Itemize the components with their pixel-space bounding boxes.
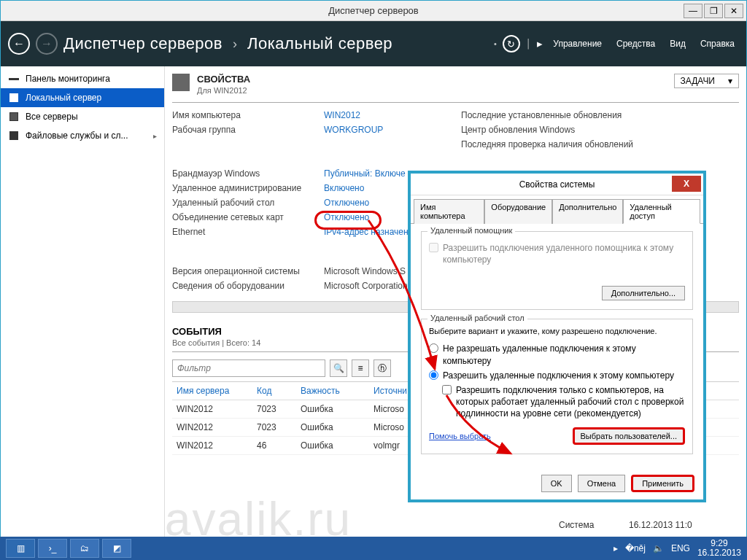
nav-bar: ← → Диспетчер серверов › Локальный серве… (1, 21, 746, 66)
allow-remote-assist-checkbox[interactable]: Разрешить подключения удаленного помощни… (429, 242, 685, 265)
system-properties-dialog: Свойства системы X Имя компьютера Оборуд… (410, 173, 704, 500)
prop-value-computer-name[interactable]: WIN2012 (324, 110, 455, 120)
ok-button[interactable]: OK (541, 475, 572, 492)
tab-hardware[interactable]: Оборудование (484, 199, 552, 224)
prop-label: Сведения об оборудовании (172, 281, 318, 291)
menu-view[interactable]: Вид (670, 39, 686, 49)
properties-heading: СВОЙСТВА (197, 74, 250, 85)
refresh-button[interactable]: ↻ (503, 35, 520, 52)
minimize-button[interactable]: — (684, 4, 703, 18)
tray-network-icon[interactable]: �něj (625, 543, 646, 553)
nla-checkbox[interactable]: Разрешить подключения только с компьютер… (442, 384, 685, 420)
group-desc: Выберите вариант и укажите, кому разреше… (429, 327, 685, 335)
tab-computer-name[interactable]: Имя компьютера (414, 199, 484, 224)
prop-label: Удаленный рабочий стол (172, 198, 318, 208)
prop-right: Центр обновления Windows (461, 125, 665, 135)
breadcrumb-root[interactable]: Диспетчер серверов (63, 34, 222, 53)
apply-button[interactable]: Применить (631, 475, 694, 492)
group-legend: Удаленный рабочий стол (427, 314, 527, 322)
sidebar-item-label: Все серверы (26, 112, 78, 122)
prop-label: Ethernet (172, 227, 318, 237)
breadcrumb-current[interactable]: Локальный сервер (247, 34, 392, 53)
col-severity[interactable]: Важность (301, 386, 374, 396)
col-server[interactable]: Имя сервера (177, 386, 257, 396)
properties-sub: Для WIN2012 (197, 86, 250, 95)
select-users-button[interactable]: Выбрать пользователей... (573, 427, 686, 445)
flag-icon[interactable]: ▸ (537, 37, 543, 50)
sidebar-item-label: Локальный сервер (26, 93, 101, 103)
col-datetime: 16.12.2013 11:0 (629, 520, 716, 530)
forward-button[interactable]: → (36, 33, 58, 55)
sidebar-item-file-services[interactable]: Файловые службы и сл... ▸ (1, 126, 164, 145)
menu-help[interactable]: Справка (700, 39, 735, 49)
sidebar-item-label: Панель мониторинга (26, 74, 110, 84)
prop-right: Последняя проверка наличия обновлений (461, 139, 665, 149)
filter-options-button[interactable]: ≡ (352, 359, 369, 377)
taskbar-server-manager[interactable]: ▥ (6, 539, 35, 558)
chevron-right-icon: ▸ (153, 132, 157, 140)
back-button[interactable]: ← (8, 33, 30, 55)
allow-remote-radio[interactable]: Разрешить удаленные подключения к этому … (429, 370, 685, 381)
dialog-close-button[interactable]: X (672, 176, 701, 192)
sidebar-item-local-server[interactable]: Локальный сервер (1, 88, 164, 107)
tab-remote-access[interactable]: Удаленный доступ (623, 199, 700, 224)
sidebar-item-label: Файловые службы и сл... (26, 131, 128, 141)
prop-label: Имя компьютера (172, 110, 318, 120)
sidebar-item-dashboard[interactable]: Панель мониторинга (1, 69, 164, 88)
deny-remote-radio[interactable]: Не разрешать удаленные подключения к это… (429, 343, 685, 366)
dialog-titlebar[interactable]: Свойства системы X (411, 174, 703, 195)
prop-label: Объединение сетевых карт (172, 212, 318, 222)
dialog-tabs: Имя компьютера Оборудование Дополнительн… (411, 195, 703, 224)
prop-label: Брандмауэр Windows (172, 168, 318, 179)
tray-sound-icon[interactable]: 🔈 (653, 543, 664, 553)
sidebar-item-all-servers[interactable]: Все серверы (1, 107, 164, 126)
taskbar-app[interactable]: ◩ (102, 539, 131, 558)
sidebar: Панель мониторинга Локальный сервер Все … (1, 66, 165, 559)
dialog-buttons: OK Отмена Применить (411, 469, 703, 499)
tasks-dropdown[interactable]: ЗАДАЧИ▾ (674, 74, 739, 88)
taskbar-explorer[interactable]: 🗂 (70, 539, 99, 558)
tab-advanced[interactable]: Дополнительно (552, 199, 623, 224)
col-system: Система (559, 520, 624, 530)
filter-clear-button[interactable]: ⓗ (374, 359, 391, 377)
window-titlebar: Диспетчер серверов — ❐ ✕ (1, 1, 746, 21)
group-legend: Удаленный помощник (427, 226, 515, 235)
taskbar-powershell[interactable]: ›_ (38, 539, 67, 558)
search-icon[interactable]: 🔍 (330, 359, 347, 377)
server-icon (172, 74, 190, 91)
prop-value-workgroup[interactable]: WORKGROUP (324, 125, 455, 135)
advanced-button[interactable]: Дополнительно... (602, 286, 685, 300)
help-choose-link[interactable]: Помочь выбрать (429, 432, 491, 440)
events-filter-input[interactable] (172, 359, 325, 377)
prop-label: Версия операционной системы (172, 266, 318, 276)
prop-label: Удаленное администрирование (172, 183, 318, 193)
menu-tools[interactable]: Средства (616, 39, 655, 49)
close-button[interactable]: ✕ (724, 4, 743, 18)
prop-label: Рабочая группа (172, 125, 318, 135)
tray-clock[interactable]: 9:29 16.12.2013 (697, 539, 741, 558)
tray-flag-icon[interactable]: ▸ (614, 543, 618, 553)
menu-manage[interactable]: Управление (553, 39, 602, 49)
cancel-button[interactable]: Отмена (578, 475, 625, 492)
remote-desktop-group: Удаленный рабочий стол Выберите вариант … (421, 319, 693, 454)
tray-lang[interactable]: ENG (671, 543, 690, 553)
remote-assistance-group: Удаленный помощник Разрешить подключения… (421, 231, 693, 310)
taskbar[interactable]: ▥ ›_ 🗂 ◩ ▸ �něj 🔈 ENG 9:29 16.12.2013 (0, 537, 747, 560)
window-title: Диспетчер серверов (1, 5, 746, 16)
dialog-title: Свойства системы (411, 179, 703, 190)
prop-right: Последние установленные обновления (461, 110, 665, 120)
maximize-button[interactable]: ❐ (704, 4, 723, 18)
col-code[interactable]: Код (257, 386, 301, 396)
